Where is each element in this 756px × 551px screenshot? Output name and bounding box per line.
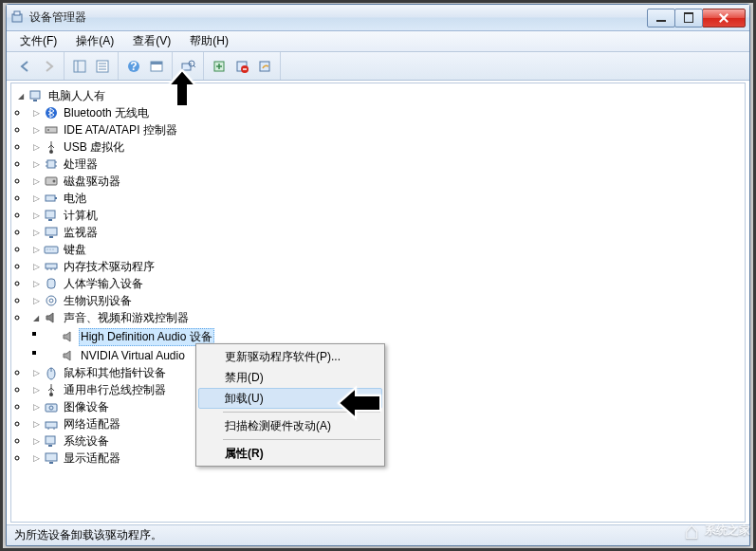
help-button[interactable]: ? — [122, 55, 145, 78]
expander-icon[interactable] — [28, 259, 44, 274]
window-controls — [648, 9, 746, 28]
svg-rect-2 — [74, 61, 85, 72]
svg-rect-37 — [46, 228, 57, 235]
svg-rect-61 — [49, 462, 53, 464]
expander-icon[interactable] — [28, 433, 44, 449]
maximize-button[interactable] — [674, 9, 703, 28]
toolbar: ? — [7, 52, 749, 81]
expander-icon[interactable] — [28, 310, 44, 326]
close-button[interactable] — [702, 9, 746, 28]
tree-node[interactable]: 磁盘驱动器 — [62, 174, 122, 190]
expander-icon[interactable] — [28, 174, 44, 189]
expander-icon[interactable] — [28, 293, 44, 308]
tree-node[interactable]: Bluetooth 无线电 — [62, 105, 151, 121]
forward-button[interactable] — [37, 55, 60, 78]
menu-file[interactable]: 文件(F) — [12, 31, 65, 51]
menu-view[interactable]: 查看(V) — [125, 31, 178, 51]
computer-icon — [28, 88, 44, 103]
menu-help[interactable]: 帮助(H) — [182, 31, 236, 51]
svg-rect-60 — [46, 453, 57, 461]
disk-icon — [44, 174, 59, 189]
uninstall-button[interactable] — [230, 55, 253, 78]
ctx-separator — [223, 439, 380, 440]
expander-icon[interactable] — [28, 139, 44, 155]
network-icon — [44, 416, 59, 432]
tree-root[interactable]: 电脑人人有 — [46, 88, 107, 104]
svg-rect-34 — [55, 197, 57, 199]
minimize-button[interactable] — [647, 9, 675, 28]
tree-node[interactable]: 人体学输入设备 — [62, 276, 145, 292]
tree-node[interactable]: 计算机 — [62, 208, 100, 224]
tree-node[interactable]: IDE ATA/ATAPI 控制器 — [62, 122, 179, 138]
cpu-icon — [44, 156, 59, 172]
tree-node[interactable]: 系统设备 — [62, 433, 111, 450]
svg-point-42 — [53, 249, 54, 250]
svg-rect-38 — [49, 236, 53, 238]
back-button[interactable] — [14, 55, 37, 78]
svg-text:?: ? — [130, 60, 137, 73]
battery-icon — [44, 191, 59, 206]
tree-node[interactable]: 键盘 — [62, 242, 88, 258]
expander-icon[interactable] — [28, 225, 44, 240]
tree-node[interactable]: 生物识别设备 — [62, 293, 134, 309]
tree-node[interactable]: NVIDIA Virtual Audio — [79, 349, 187, 362]
svg-rect-59 — [48, 445, 52, 447]
expander-icon[interactable] — [28, 416, 44, 432]
expander-icon[interactable] — [28, 399, 44, 414]
svg-rect-21 — [33, 100, 37, 101]
expander-icon[interactable] — [28, 191, 44, 206]
speaker-icon — [61, 329, 76, 344]
expander-icon[interactable] — [28, 450, 44, 466]
expander-icon[interactable] — [28, 382, 44, 397]
tree-node[interactable]: 内存技术驱动程序 — [62, 259, 157, 275]
expander-icon[interactable] — [28, 242, 44, 257]
expander-icon[interactable] — [28, 156, 44, 172]
show-hide-tree-button[interactable] — [68, 55, 91, 78]
menu-action[interactable]: 操作(A) — [68, 31, 121, 51]
tree-node[interactable]: 显示适配器 — [62, 450, 122, 467]
display-adapter-icon — [44, 450, 59, 466]
expander-icon[interactable] — [13, 88, 28, 104]
svg-line-14 — [194, 65, 195, 67]
tree-node[interactable]: 网络适配器 — [62, 416, 122, 432]
menu-bar: 文件(F) 操作(A) 查看(V) 帮助(H) — [7, 31, 749, 52]
svg-rect-58 — [46, 436, 55, 444]
svg-rect-47 — [47, 279, 55, 288]
svg-rect-55 — [46, 422, 57, 428]
monitor-icon — [44, 225, 59, 240]
tree-node[interactable]: 电池 — [62, 191, 88, 207]
update-driver-button[interactable] — [208, 55, 230, 78]
tree-node[interactable]: 声音、视频和游戏控制器 — [62, 310, 191, 326]
svg-point-41 — [50, 249, 51, 250]
svg-rect-33 — [46, 195, 55, 201]
svg-point-24 — [47, 129, 49, 131]
expander-icon[interactable] — [28, 208, 44, 223]
ctx-update-driver[interactable]: 更新驱动程序软件(P)... — [198, 346, 382, 367]
usb-icon — [44, 139, 59, 155]
svg-rect-39 — [45, 247, 58, 253]
svg-rect-35 — [46, 211, 55, 218]
tree-node[interactable]: 通用串行总线控制器 — [62, 382, 168, 398]
svg-point-49 — [49, 299, 53, 303]
tree-node[interactable]: 处理器 — [62, 156, 100, 173]
tree-node[interactable]: 监视器 — [62, 225, 100, 241]
disable-button[interactable] — [253, 55, 276, 78]
tree-node[interactable]: 图像设备 — [62, 399, 111, 415]
svg-rect-20 — [30, 91, 40, 99]
bluetooth-icon — [44, 105, 59, 120]
tree-node[interactable]: USB 虚拟化 — [62, 139, 126, 156]
tree-node[interactable]: 鼠标和其他指针设备 — [62, 365, 168, 381]
svg-rect-43 — [46, 264, 57, 268]
ctx-properties[interactable]: 属性(R) — [198, 443, 382, 464]
title-bar[interactable]: 设备管理器 — [7, 5, 749, 31]
expander-icon[interactable] — [28, 122, 44, 138]
expander-icon[interactable] — [28, 276, 44, 291]
imaging-icon — [44, 399, 59, 414]
properties-button[interactable] — [91, 55, 114, 78]
tree-node-selected[interactable]: High Definition Audio 设备 — [79, 328, 214, 346]
hid-icon — [44, 276, 59, 291]
expander-icon[interactable] — [28, 105, 44, 120]
window-title: 设备管理器 — [29, 9, 648, 26]
expander-icon[interactable] — [28, 365, 44, 380]
system-icon — [44, 433, 59, 449]
